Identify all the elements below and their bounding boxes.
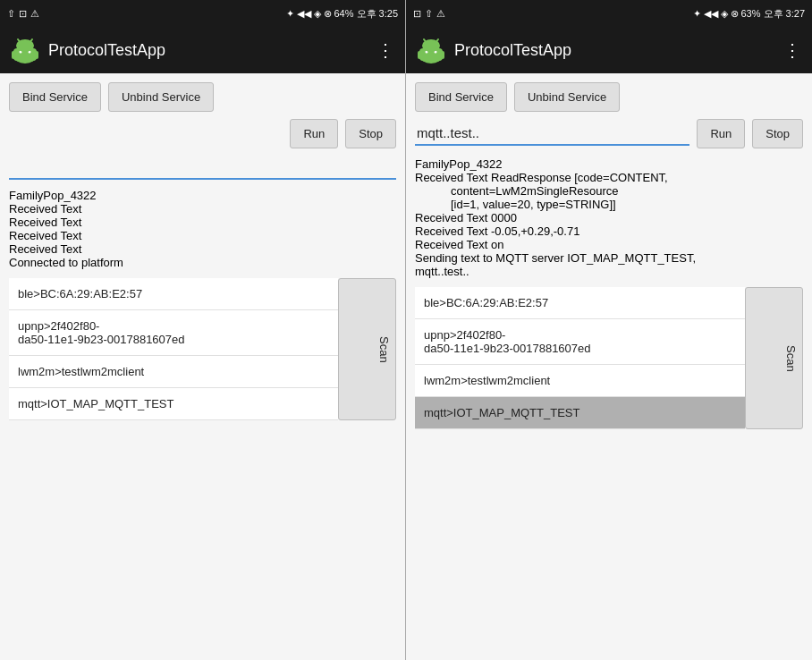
log2-line-3: [id=1, value=20, type=STRING]] [415,198,803,211]
content-2: Bind Service Unbind Service Run Stop Fam… [406,73,812,660]
battery2-label: 63% [741,8,761,19]
svg-rect-17 [441,51,444,59]
log-area-2: FamilyPop_4322 Received Text ReadRespons… [415,156,803,280]
log2-line-8: mqtt..test.. [415,265,803,278]
scan-container-2: Scan [745,287,803,429]
svg-rect-8 [35,51,38,59]
svg-point-15 [422,39,440,52]
battery-label: 64% [334,8,354,19]
log2-line-0: FamilyPop_4322 [415,157,803,171]
bluetooth2-icon: ✦ [693,8,701,20]
svg-rect-16 [418,51,421,59]
app-bar-left-1: ProtocolTestApp [11,36,165,64]
phone2: ⊡ ⇧ ⚠ ✦ ◀◀ ◈ ⊗ 63% 오후 3:27 [406,0,812,660]
wifi-icon: ◈ [314,8,321,20]
scan-container-1: Scan [338,278,396,420]
android-icon-1 [11,36,39,64]
log2-line-6: Received Text on [415,238,803,251]
log-line-1: Received Text [9,202,396,216]
volume2-icon: ◀◀ [704,8,718,20]
status-left-1: ⇧ ⊡ ⚠ [7,8,39,20]
android-icon-2 [417,36,445,64]
unbind-service-button-1[interactable]: Unbind Service [108,82,214,112]
log-line-2: Received Text [9,216,396,229]
device-items-1: ble>BC:6A:29:AB:E2:57 upnp>2f402f80-da50… [9,278,338,420]
svg-point-6 [16,39,34,52]
app-title-1: ProtocolTestApp [48,41,165,60]
phone1: ⇧ ⊡ ⚠ ✦ ◀◀ ◈ ⊗ 64% 오후 3:25 [0,0,406,660]
device-item-2-2[interactable]: lwm2m>testlwm2mclient [415,365,745,397]
volume-icon: ◀◀ [297,8,311,20]
log-line-4: Received Text [9,242,396,256]
image-icon: ⊡ [19,8,27,20]
time-label: 오후 3:25 [357,7,398,21]
overflow-menu-1[interactable]: ⋮ [376,39,394,61]
run-button-1[interactable]: Run [290,119,338,148]
app-bar-1: ProtocolTestApp ⋮ [0,27,405,73]
log-line-0: FamilyPop_4322 [9,189,396,202]
log-line-3: Received Text [9,229,396,242]
log2-line-4: Received Text 0000 [415,211,803,224]
device-item-2-0[interactable]: ble>BC:6A:29:AB:E2:57 [415,287,745,319]
run-button-2[interactable]: Run [697,119,745,148]
content-1: Bind Service Unbind Service Run Stop Fam… [0,73,405,660]
share2-icon: ⇧ [425,8,433,20]
text-input-2[interactable] [415,122,689,146]
text-input-1[interactable] [9,156,396,180]
input-run-stop-row-2: Run Stop [415,119,803,148]
bluetooth-icon: ✦ [286,8,294,20]
log2-line-5: Received Text -0.05,+0.29,-0.71 [415,224,803,238]
app-title-2: ProtocolTestApp [454,41,571,60]
device-list-1: ble>BC:6A:29:AB:E2:57 upnp>2f402f80-da50… [9,278,396,420]
overflow-menu-2[interactable]: ⋮ [783,39,801,61]
warning2-icon: ⚠ [436,8,445,20]
device-item-1-1[interactable]: upnp>2f402f80-da50-11e1-9b23-0017881607e… [9,310,338,356]
unbind-service-button-2[interactable]: Unbind Service [514,82,620,112]
input-row-1 [9,156,396,180]
share-icon: ⇧ [7,8,15,20]
device-item-2-1[interactable]: upnp>2f402f80-da50-11e1-9b23-0017881607e… [415,319,745,365]
scan-button-1[interactable]: Scan [338,278,396,420]
log-line-5: Connected to platform [9,256,396,269]
log2-line-1: Received Text ReadResponse [code=CONTENT… [415,171,803,184]
stop-button-2[interactable]: Stop [752,119,803,148]
status-right-2: ✦ ◀◀ ◈ ⊗ 63% 오후 3:27 [693,7,806,21]
bind-service-button-2[interactable]: Bind Service [415,82,507,112]
bind-service-button-1[interactable]: Bind Service [9,82,101,112]
no-network2-icon: ⊗ [731,8,739,20]
button-row-2: Bind Service Unbind Service [415,82,803,112]
log2-line-7: Sending text to MQTT server IOT_MAP_MQTT… [415,251,803,265]
no-network-icon: ⊗ [324,8,332,20]
status-right-1: ✦ ◀◀ ◈ ⊗ 64% 오후 3:25 [286,7,399,21]
time2-label: 오후 3:27 [764,7,805,21]
app-bar-left-2: ProtocolTestApp [417,36,571,64]
device-item-1-3[interactable]: mqtt>IOT_MAP_MQTT_TEST [9,388,338,420]
scan-button-2[interactable]: Scan [745,287,803,429]
device-list-2: ble>BC:6A:29:AB:E2:57 upnp>2f402f80-da50… [415,287,803,429]
wifi2-icon: ◈ [721,8,728,20]
device-items-2: ble>BC:6A:29:AB:E2:57 upnp>2f402f80-da50… [415,287,745,429]
run-stop-row-1: Run Stop [9,119,396,148]
stop-button-1[interactable]: Stop [345,119,396,148]
button-row-1: Bind Service Unbind Service [9,82,396,112]
warning-icon: ⚠ [30,8,39,20]
device-item-2-3[interactable]: mqtt>IOT_MAP_MQTT_TEST [415,397,745,429]
status-left-2: ⊡ ⇧ ⚠ [413,8,445,20]
app-bar-2: ProtocolTestApp ⋮ [406,27,812,73]
log-area-1: FamilyPop_4322 Received Text Received Te… [9,187,396,271]
image2-icon: ⊡ [413,8,421,20]
device-item-1-0[interactable]: ble>BC:6A:29:AB:E2:57 [9,278,338,310]
status-bar-2: ⊡ ⇧ ⚠ ✦ ◀◀ ◈ ⊗ 63% 오후 3:27 [406,0,812,27]
log2-line-2: content=LwM2mSingleResource [415,184,803,198]
device-item-1-2[interactable]: lwm2m>testlwm2mclient [9,356,338,388]
svg-rect-7 [12,51,15,59]
status-bar-1: ⇧ ⊡ ⚠ ✦ ◀◀ ◈ ⊗ 64% 오후 3:25 [0,0,405,27]
